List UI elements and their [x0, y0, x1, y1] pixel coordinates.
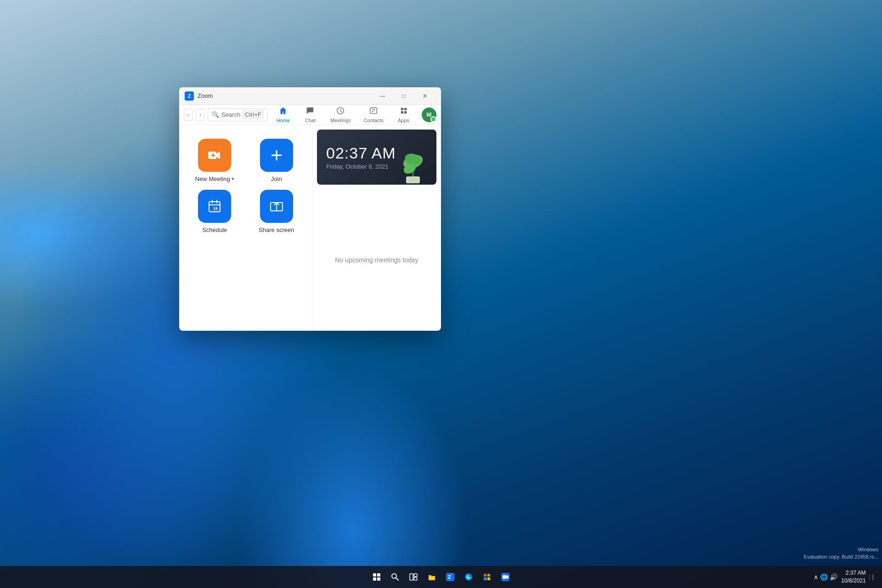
- search-box[interactable]: 🔍 Search Ctrl+F: [208, 108, 268, 121]
- home-icon: [279, 107, 287, 117]
- minimize-button[interactable]: —: [372, 89, 393, 103]
- schedule-button[interactable]: 19: [198, 190, 231, 223]
- edge-browser-button[interactable]: [460, 569, 477, 585]
- ms-store-button[interactable]: [479, 569, 495, 585]
- join-label: Join: [271, 175, 282, 182]
- svg-rect-29: [373, 577, 376, 581]
- eval-line1: Windows: [804, 546, 878, 553]
- title-bar: Z Zoom — □ ✕: [179, 87, 441, 105]
- search-placeholder: Search: [221, 111, 240, 118]
- tab-contacts[interactable]: Contacts: [358, 105, 389, 125]
- new-meeting-action[interactable]: New Meeting ▾: [188, 139, 241, 182]
- svg-rect-40: [484, 574, 486, 577]
- system-clock[interactable]: 2:37 AM 10/8/2021: [841, 569, 865, 585]
- tab-contacts-label: Contacts: [364, 118, 384, 123]
- share-screen-action[interactable]: Share screen: [250, 190, 303, 233]
- share-screen-button[interactable]: [260, 190, 293, 223]
- tab-meetings[interactable]: Meetings: [325, 105, 356, 125]
- apps-icon: [400, 107, 408, 117]
- taskbar-search-button[interactable]: [387, 569, 403, 585]
- volume-icon[interactable]: 🔊: [830, 573, 837, 581]
- meetings-icon: [336, 107, 345, 117]
- new-meeting-button[interactable]: [198, 139, 231, 172]
- svg-rect-27: [373, 573, 376, 577]
- back-button[interactable]: ‹: [184, 109, 193, 121]
- svg-rect-33: [410, 574, 413, 580]
- taskbar-time: 2:37 AM: [841, 569, 865, 577]
- svg-rect-34: [414, 574, 417, 577]
- task-view-button[interactable]: [405, 569, 422, 585]
- taskbar-center: Z: [368, 569, 514, 585]
- tab-home[interactable]: Home: [271, 105, 296, 125]
- svg-rect-4: [401, 107, 403, 110]
- search-icon: 🔍: [212, 111, 219, 118]
- svg-rect-22: [406, 176, 420, 183]
- chevron-up-icon[interactable]: ∧: [814, 573, 818, 581]
- taskbar-zoom-button[interactable]: Z: [442, 569, 458, 585]
- taskbar-date: 10/8/2021: [841, 577, 865, 585]
- svg-rect-41: [487, 574, 490, 577]
- svg-marker-11: [216, 152, 220, 159]
- toolbar: ‹ › 🔍 Search Ctrl+F Home: [179, 105, 441, 125]
- svg-rect-6: [401, 111, 403, 113]
- svg-rect-30: [377, 577, 380, 581]
- tab-apps-label: Apps: [398, 118, 409, 123]
- plant-decoration: [397, 143, 429, 185]
- tab-meetings-label: Meetings: [330, 118, 351, 123]
- no-meetings-message: No upcoming meetings today: [312, 189, 441, 331]
- join-action[interactable]: Join: [250, 139, 303, 182]
- window-controls: — □ ✕: [372, 89, 435, 103]
- forward-button[interactable]: ›: [196, 109, 205, 121]
- chat-icon: [306, 107, 314, 117]
- file-explorer-button[interactable]: [424, 569, 440, 585]
- contacts-icon: [369, 107, 378, 117]
- search-shortcut: Ctrl+F: [243, 110, 264, 119]
- svg-rect-7: [404, 111, 406, 113]
- start-button[interactable]: [368, 569, 385, 585]
- right-panel: ⚙ 02:37 AM Friday, October 8, 2021: [312, 125, 441, 331]
- tab-chat-label: Chat: [305, 118, 316, 123]
- svg-line-32: [396, 578, 398, 580]
- eval-line2: Evaluation copy. Build 22458.rs...: [804, 554, 878, 560]
- svg-text:Z: Z: [448, 574, 451, 580]
- svg-rect-42: [484, 577, 486, 580]
- taskbar-zoom-icon-2[interactable]: [497, 569, 514, 585]
- eval-notice: Windows Evaluation copy. Build 22458.rs.…: [800, 544, 882, 562]
- tab-home-label: Home: [277, 118, 290, 123]
- tab-chat[interactable]: Chat: [298, 105, 323, 125]
- left-panel: New Meeting ▾ Join: [179, 125, 312, 331]
- desktop: Z Zoom — □ ✕ ‹ › 🔍 Search Ctrl+F: [0, 0, 882, 588]
- new-meeting-label: New Meeting ▾: [195, 175, 234, 182]
- svg-rect-1: [370, 107, 377, 113]
- schedule-action[interactable]: 19 Schedule: [188, 190, 241, 233]
- svg-rect-35: [414, 577, 417, 580]
- svg-rect-45: [503, 575, 507, 579]
- zoom-app-icon: Z: [185, 91, 194, 101]
- zoom-window: Z Zoom — □ ✕ ‹ › 🔍 Search Ctrl+F: [179, 87, 441, 331]
- svg-text:19: 19: [213, 206, 218, 211]
- user-avatar[interactable]: M: [422, 107, 436, 122]
- window-title: Zoom: [198, 92, 213, 99]
- nav-tabs: Home Chat Meetings: [271, 105, 436, 125]
- svg-rect-5: [404, 107, 406, 110]
- clock-time: 02:37 AM: [326, 144, 396, 162]
- new-meeting-dropdown-icon: ▾: [232, 176, 234, 182]
- close-button[interactable]: ✕: [414, 89, 435, 103]
- show-desktop-button[interactable]: │: [870, 575, 875, 580]
- svg-rect-28: [377, 573, 380, 577]
- maximize-button[interactable]: □: [393, 89, 414, 103]
- main-content: New Meeting ▾ Join: [179, 125, 441, 331]
- avatar-initials: M: [427, 111, 432, 118]
- clock-info: 02:37 AM Friday, October 8, 2021: [326, 144, 396, 170]
- system-icons: ∧ 🌐 🔊: [814, 573, 837, 581]
- system-tray: ∧ 🌐 🔊 2:37 AM 10/8/2021 │: [814, 569, 875, 585]
- join-button[interactable]: [260, 139, 293, 172]
- tab-apps[interactable]: Apps: [391, 105, 416, 125]
- clock-card: 02:37 AM Friday, October 8, 2021: [317, 130, 436, 185]
- taskbar: Z: [0, 566, 882, 588]
- schedule-label: Schedule: [202, 226, 227, 233]
- clock-date: Friday, October 8, 2021: [326, 163, 396, 170]
- share-screen-label: Share screen: [259, 226, 294, 233]
- action-grid: New Meeting ▾ Join: [188, 139, 303, 233]
- network-icon[interactable]: 🌐: [820, 573, 828, 581]
